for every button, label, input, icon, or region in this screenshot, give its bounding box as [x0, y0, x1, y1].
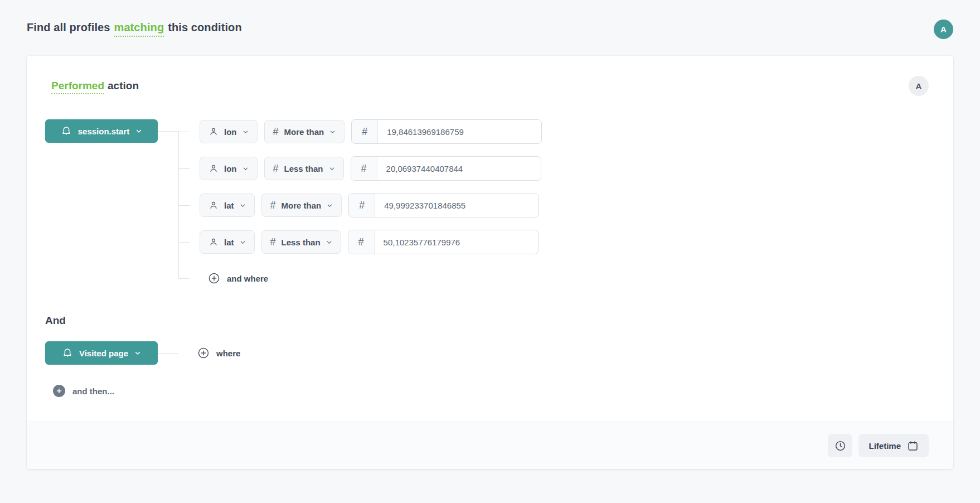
attribute-label: lat	[224, 201, 234, 210]
user-avatar[interactable]: A	[934, 20, 953, 39]
chevron-down-icon	[327, 202, 333, 209]
add-condition-label: and then...	[72, 386, 114, 396]
chevron-down-icon	[326, 239, 332, 245]
operator-select[interactable]: # Less than	[264, 157, 344, 180]
chevron-down-icon	[329, 129, 336, 135]
operator-select[interactable]: # Less than	[261, 230, 341, 254]
calendar-icon	[907, 440, 919, 452]
value-input-group: #	[351, 156, 541, 181]
filter-row: lat # More than	[178, 193, 542, 217]
chevron-down-icon	[329, 166, 335, 172]
filter-row: lon # More than	[178, 119, 542, 144]
page-title-suffix: this condition	[168, 21, 242, 37]
tree-connector-line	[158, 131, 178, 132]
operator-label: More than	[282, 201, 322, 210]
hash-icon: #	[270, 236, 276, 248]
timeframe-label: Lifetime	[869, 441, 901, 451]
clock-icon	[835, 440, 846, 452]
hash-icon: #	[348, 230, 375, 254]
page-title-prefix: Find all profiles	[27, 21, 110, 37]
event-label: Visited page	[79, 349, 128, 358]
hash-icon: #	[349, 194, 375, 217]
and-joiner-label: And	[45, 315, 929, 327]
filter-row: lon # Less than	[178, 156, 542, 181]
hash-icon: #	[273, 126, 279, 138]
add-filter-label: where	[216, 349, 240, 358]
value-input[interactable]	[375, 230, 538, 254]
operator-label: Less than	[282, 238, 321, 247]
filter-list: lon # More than	[178, 119, 542, 290]
operator-label: Less than	[284, 164, 323, 173]
event-select-button[interactable]: Visited page	[45, 341, 158, 365]
add-filter-label: and where	[227, 274, 268, 283]
tree-connector-line	[158, 353, 178, 354]
attribute-select[interactable]: lat	[200, 194, 255, 217]
plus-circle-icon	[197, 347, 210, 359]
value-input-group: #	[351, 119, 542, 144]
event-select-button[interactable]: session.start	[45, 119, 158, 143]
person-icon	[208, 237, 219, 247]
event-label: session.start	[78, 127, 130, 136]
attribute-label: lon	[224, 127, 237, 137]
hash-icon: #	[352, 120, 378, 143]
person-icon	[208, 163, 219, 173]
hash-icon: #	[351, 157, 377, 180]
plus-circle-filled-icon	[53, 385, 65, 397]
add-condition-button[interactable]: and then...	[53, 385, 114, 397]
condition-card-body: Performedaction A session.start	[27, 56, 953, 422]
value-input[interactable]	[377, 157, 541, 180]
condition-card: Performedaction A session.start	[27, 56, 953, 469]
add-filter-button[interactable]: where	[197, 341, 240, 365]
hash-icon: #	[270, 200, 276, 211]
chevron-down-icon	[242, 129, 249, 135]
attribute-label: lat	[224, 238, 234, 247]
recency-button[interactable]	[828, 434, 852, 457]
operator-select[interactable]: # More than	[261, 194, 342, 217]
attribute-select[interactable]: lat	[200, 230, 255, 254]
attribute-label: lon	[224, 164, 237, 173]
condition-1: session.start lon	[45, 119, 929, 290]
condition-badge[interactable]: A	[909, 76, 929, 96]
attribute-select[interactable]: lon	[200, 157, 258, 180]
condition-card-header: Performedaction A	[45, 76, 929, 96]
condition-title: Performedaction	[51, 80, 139, 92]
match-mode-toggle[interactable]: matching	[114, 21, 164, 37]
hash-icon: #	[273, 163, 279, 175]
value-input-group: #	[348, 193, 539, 217]
segment-builder-page: Find all profiles matching this conditio…	[0, 0, 980, 503]
person-icon	[208, 200, 219, 210]
chevron-down-icon	[240, 202, 246, 209]
value-input[interactable]	[378, 120, 541, 143]
bell-icon	[61, 125, 72, 137]
filter-row: lat # Less than	[178, 230, 542, 254]
chevron-down-icon	[135, 128, 142, 134]
operator-select[interactable]: # More than	[264, 120, 345, 143]
operator-label: More than	[284, 127, 324, 137]
timeframe-button[interactable]: Lifetime	[858, 434, 929, 457]
attribute-select[interactable]: lon	[200, 120, 258, 143]
value-input[interactable]	[375, 194, 538, 217]
plus-circle-icon	[208, 272, 220, 284]
chevron-down-icon	[240, 239, 246, 245]
page-title: Find all profiles matching this conditio…	[27, 21, 242, 37]
condition-type-toggle[interactable]: Performed	[51, 80, 104, 94]
condition-title-rest: action	[108, 80, 139, 91]
condition-card-footer: Lifetime	[27, 422, 953, 469]
bell-icon	[62, 347, 73, 359]
chevron-down-icon	[134, 350, 141, 356]
condition-2: Visited page where	[45, 341, 929, 365]
chevron-down-icon	[242, 166, 249, 172]
person-icon	[208, 127, 219, 137]
value-input-group: #	[348, 230, 538, 254]
add-filter-button[interactable]: and where	[178, 267, 268, 290]
top-bar: Find all profiles matching this conditio…	[27, 17, 953, 41]
